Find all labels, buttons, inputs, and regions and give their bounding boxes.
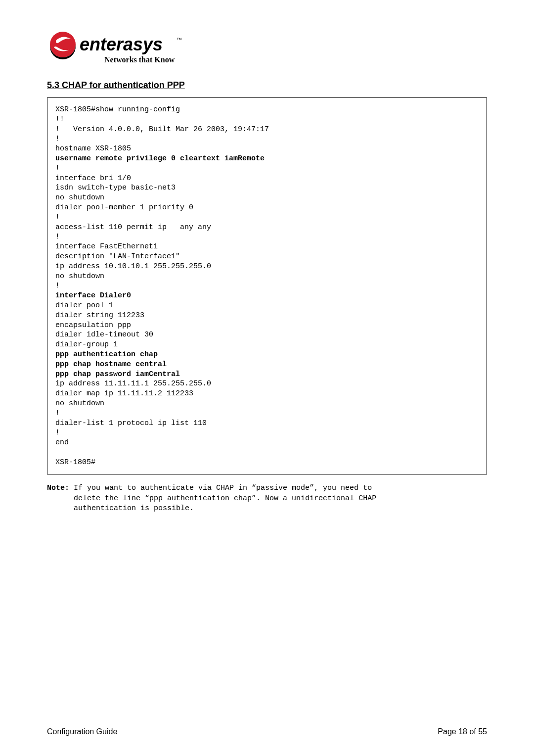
code-line: description "LAN-Interface1" bbox=[55, 252, 479, 262]
code-line: dialer string 112233 bbox=[55, 311, 479, 321]
enterasys-logo: enterasys ™ Networks that Know bbox=[47, 30, 200, 69]
svg-point-0 bbox=[50, 32, 76, 57]
footer-left: Configuration Guide bbox=[47, 727, 117, 736]
note-block: Note: If you want to authenticate via CH… bbox=[47, 483, 487, 514]
code-line bbox=[55, 448, 479, 458]
code-line: no shutdown bbox=[55, 399, 479, 409]
code-line: dialer map ip 11.11.11.2 112233 bbox=[55, 389, 479, 399]
code-line: username remote privilege 0 cleartext ia… bbox=[55, 154, 479, 164]
code-line: ! bbox=[55, 428, 479, 438]
code-line: dialer idle-timeout 30 bbox=[55, 330, 479, 340]
code-line: dialer-list 1 protocol ip list 110 bbox=[55, 419, 479, 428]
note-label: Note: bbox=[47, 483, 74, 514]
code-line: encapsulation ppp bbox=[55, 321, 479, 331]
note-line-1: If you want to authenticate via CHAP in … bbox=[74, 484, 372, 492]
code-line: interface FastEthernet1 bbox=[55, 242, 479, 252]
code-line: end bbox=[55, 438, 479, 448]
note-line-2: delete the line “ppp authentication chap… bbox=[74, 494, 376, 503]
config-code-block: XSR-1805#show running-config!!! Version … bbox=[47, 97, 487, 474]
code-line: ! bbox=[55, 164, 479, 174]
code-line: dialer pool 1 bbox=[55, 301, 479, 311]
code-line: no shutdown bbox=[55, 193, 479, 203]
code-line: interface bri 1/0 bbox=[55, 174, 479, 184]
code-line: hostname XSR-1805 bbox=[55, 144, 479, 154]
code-line: interface Dialer0 bbox=[55, 291, 479, 301]
code-line: ppp chap hostname central bbox=[55, 360, 479, 370]
code-line: ! Version 4.0.0.0, Built Mar 26 2003, 19… bbox=[55, 125, 479, 135]
code-line: ! bbox=[55, 134, 479, 144]
code-line: no shutdown bbox=[55, 272, 479, 282]
code-line: !! bbox=[55, 115, 479, 125]
logo-tm: ™ bbox=[177, 37, 182, 43]
section-heading: 5.3 CHAP for authentication PPP bbox=[47, 80, 487, 91]
page-footer: Configuration Guide Page 18 of 55 bbox=[47, 727, 487, 736]
code-line: ! bbox=[55, 213, 479, 223]
section-number: 5.3 bbox=[47, 80, 59, 90]
code-line: ip address 10.10.10.1 255.255.255.0 bbox=[55, 262, 479, 272]
code-line: access-list 110 permit ip any any bbox=[55, 223, 479, 233]
code-line: XSR-1805# bbox=[55, 458, 479, 468]
logo-block: enterasys ™ Networks that Know bbox=[47, 30, 487, 71]
code-line: dialer pool-member 1 priority 0 bbox=[55, 203, 479, 213]
code-line: ! bbox=[55, 281, 479, 291]
section-title: CHAP for authentication PPP bbox=[62, 80, 185, 90]
code-line: ! bbox=[55, 232, 479, 242]
code-line: ! bbox=[55, 409, 479, 419]
code-line: isdn switch-type basic-net3 bbox=[55, 183, 479, 193]
code-line: XSR-1805#show running-config bbox=[55, 105, 479, 115]
code-line: ppp chap password iamCentral bbox=[55, 370, 479, 379]
code-line: dialer-group 1 bbox=[55, 340, 479, 350]
code-line: ip address 11.11.11.1 255.255.255.0 bbox=[55, 379, 479, 389]
note-body: If you want to authenticate via CHAP in … bbox=[74, 483, 487, 514]
code-line: ppp authentication chap bbox=[55, 350, 479, 360]
note-line-3: authentication is possible. bbox=[74, 504, 194, 513]
footer-right: Page 18 of 55 bbox=[438, 727, 487, 736]
logo-wordmark: enterasys bbox=[80, 34, 163, 54]
logo-tagline: Networks that Know bbox=[104, 55, 175, 64]
page: enterasys ™ Networks that Know 5.3 CHAP … bbox=[0, 0, 534, 756]
